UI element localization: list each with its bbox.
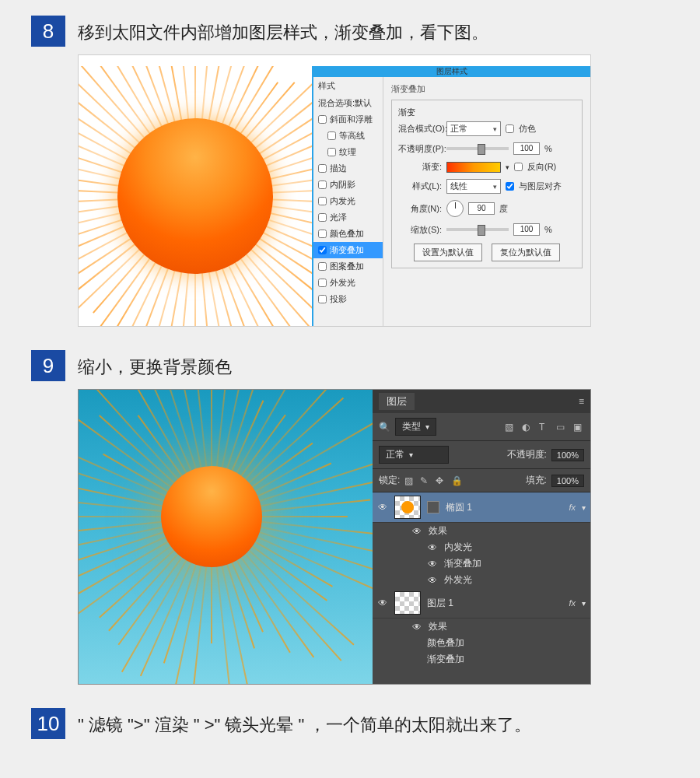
sun-preview: [79, 66, 312, 326]
style-outer-glow[interactable]: 外发光: [313, 275, 383, 291]
blend-mode-select[interactable]: 正常: [379, 446, 449, 464]
fx-header[interactable]: 👁效果: [373, 619, 590, 635]
checkbox[interactable]: [318, 230, 327, 238]
checkbox[interactable]: [318, 295, 327, 303]
filter-shape-icon[interactable]: ▭: [556, 422, 567, 433]
fill-label: 填充:: [526, 474, 547, 487]
style-gradient-overlay[interactable]: 渐变叠加: [313, 242, 383, 258]
checkbox[interactable]: [318, 197, 327, 205]
label: 渐变叠加: [330, 244, 364, 256]
tab-layers[interactable]: 图层: [379, 393, 415, 410]
fx-badge[interactable]: fx: [569, 503, 576, 512]
visibility-icon[interactable]: 👁: [411, 526, 422, 537]
fx-gradient-overlay[interactable]: 👁渐变叠加: [373, 555, 590, 572]
fx-color-overlay[interactable]: 颜色叠加: [373, 635, 590, 651]
dither-checkbox[interactable]: [506, 124, 514, 133]
fx-inner-glow[interactable]: 👁内发光: [373, 539, 590, 555]
layer-row-ellipse[interactable]: 👁 椭圆 1 fx ▾: [373, 492, 590, 523]
visibility-icon[interactable]: 👁: [377, 598, 388, 608]
sun-body: [117, 118, 273, 274]
fx-badge[interactable]: fx: [569, 598, 576, 608]
checkbox[interactable]: [327, 148, 336, 156]
layer-name[interactable]: 图层 1: [427, 597, 562, 610]
angle-value[interactable]: 90: [468, 202, 495, 215]
fx-header[interactable]: 👁效果: [373, 523, 590, 539]
canvas-preview: [79, 390, 373, 684]
checkbox[interactable]: [318, 164, 327, 173]
step-number: 9: [31, 350, 65, 381]
style-satin[interactable]: 光泽: [313, 209, 383, 226]
opacity-value[interactable]: 100: [513, 142, 540, 155]
visibility-icon[interactable]: 👁: [427, 559, 438, 569]
style-inner-shadow[interactable]: 内阴影: [313, 177, 383, 193]
filter-adjust-icon[interactable]: ◐: [522, 422, 533, 433]
unit: %: [544, 144, 552, 153]
style-color-overlay[interactable]: 颜色叠加: [313, 226, 383, 242]
checkbox[interactable]: [318, 279, 327, 287]
style-bevel[interactable]: 斜面和浮雕: [313, 111, 383, 128]
figure-1: 图层样式 样式 混合选项:默认 斜面和浮雕 等高线 纹理 描边 内阴影 内发光 …: [78, 54, 669, 327]
checkbox[interactable]: [318, 246, 327, 254]
filter-smart-icon[interactable]: ▣: [573, 422, 584, 433]
set-default-button[interactable]: 设置为默认值: [414, 244, 482, 261]
checkbox[interactable]: [327, 131, 336, 140]
vector-mask-thumb[interactable]: [427, 501, 439, 513]
layer-thumb[interactable]: [394, 591, 421, 615]
fx-outer-glow[interactable]: 👁外发光: [373, 572, 590, 588]
label: 颜色叠加: [330, 228, 364, 240]
visibility-icon[interactable]: 👁: [377, 502, 388, 513]
checkbox[interactable]: [318, 213, 327, 222]
blend-mode-select[interactable]: 正常: [446, 121, 501, 136]
gradient-swatch[interactable]: [446, 162, 501, 173]
step-number: 8: [31, 16, 65, 47]
unit: 度: [499, 203, 508, 215]
label: 内阴影: [330, 179, 355, 191]
visibility-icon[interactable]: 👁: [427, 542, 438, 553]
style-inner-glow[interactable]: 内发光: [313, 193, 383, 209]
style-pattern-overlay[interactable]: 图案叠加: [313, 258, 383, 275]
layer-row-layer1[interactable]: 👁 图层 1 fx ▾: [373, 588, 590, 619]
opacity-value[interactable]: 100%: [551, 449, 584, 461]
filter-kind-select[interactable]: 类型: [395, 418, 436, 436]
scale-value[interactable]: 100: [513, 223, 540, 236]
style-select[interactable]: 线性: [446, 179, 501, 194]
lock-brush-icon[interactable]: ✎: [420, 475, 431, 486]
filter-image-icon[interactable]: ▧: [505, 422, 516, 433]
collapse-icon[interactable]: ▾: [582, 503, 586, 512]
style-drop-shadow[interactable]: 投影: [313, 291, 383, 307]
layer-thumb[interactable]: [394, 496, 421, 519]
layer-name[interactable]: 椭圆 1: [446, 501, 562, 514]
reverse-checkbox[interactable]: [514, 163, 523, 171]
lock-transparent-icon[interactable]: ▨: [404, 475, 415, 486]
angle-dial[interactable]: [446, 200, 464, 217]
style-contour[interactable]: 等高线: [313, 128, 383, 144]
checkbox[interactable]: [318, 262, 327, 271]
label: 图案叠加: [330, 261, 364, 272]
fx-gradient-overlay[interactable]: 渐变叠加: [373, 651, 590, 668]
opacity-slider[interactable]: [446, 147, 509, 150]
visibility-icon[interactable]: 👁: [411, 622, 422, 633]
filter-type-icon[interactable]: T: [539, 422, 550, 433]
blend-options[interactable]: 混合选项:默认: [313, 95, 383, 111]
align-layer-checkbox[interactable]: [506, 182, 514, 191]
panel-menu-icon[interactable]: ≡: [579, 396, 584, 407]
layer-style-dialog: 图层样式 样式 混合选项:默认 斜面和浮雕 等高线 纹理 描边 内阴影 内发光 …: [312, 66, 590, 326]
collapse-icon[interactable]: ▾: [582, 599, 586, 608]
lock-label: 锁定:: [379, 474, 400, 487]
checkbox[interactable]: [318, 180, 327, 189]
label: 斜面和浮雕: [330, 114, 373, 125]
visibility-icon[interactable]: 👁: [427, 575, 438, 586]
style-texture[interactable]: 纹理: [313, 144, 383, 160]
fx-name: 渐变叠加: [427, 653, 464, 666]
sun-body: [161, 466, 262, 567]
lock-all-icon[interactable]: 🔒: [451, 475, 462, 486]
scale-slider[interactable]: [446, 228, 509, 231]
checkbox[interactable]: [318, 115, 327, 124]
search-icon: 🔍: [379, 422, 390, 433]
label: 光泽: [330, 212, 347, 223]
lock-move-icon[interactable]: ✥: [436, 475, 446, 486]
label: 外发光: [330, 277, 355, 289]
style-stroke[interactable]: 描边: [313, 160, 383, 177]
fill-value[interactable]: 100%: [551, 475, 584, 487]
reset-default-button[interactable]: 复位为默认值: [492, 244, 560, 261]
